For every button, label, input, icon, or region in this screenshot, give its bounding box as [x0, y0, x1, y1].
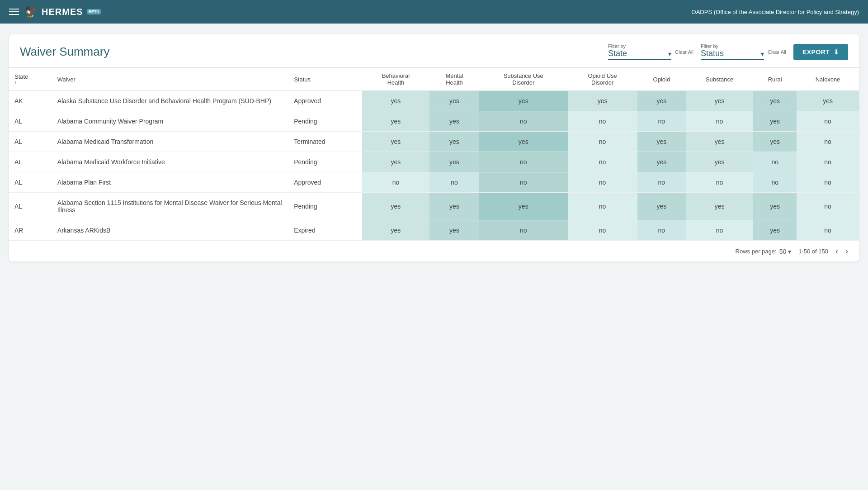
- cell-waiver: Alabama Section 1115 Institutions for Me…: [52, 193, 288, 220]
- cell-substance_use_disorder: yes: [479, 132, 568, 152]
- export-label: EXPORT: [802, 48, 830, 56]
- cell-substance: no: [686, 172, 753, 193]
- col-header-waiver: Waiver: [52, 68, 288, 91]
- cell-substance: no: [686, 220, 753, 241]
- cell-status: Expired: [288, 220, 362, 241]
- cell-status: Pending: [288, 111, 362, 132]
- cell-rural: yes: [753, 111, 797, 132]
- cell-naloxone: yes: [797, 91, 859, 111]
- logo-wings-icon: 🦅: [24, 5, 38, 18]
- cell-substance_use_disorder: yes: [479, 193, 568, 220]
- cell-opioid_use_disorder: no: [568, 132, 637, 152]
- state-filter-value: State: [608, 49, 668, 58]
- table-container: State↑ Waiver Status BehavioralHealth Me…: [9, 67, 859, 241]
- cell-substance_use_disorder: yes: [479, 91, 568, 111]
- cell-rural: yes: [753, 91, 797, 111]
- cell-substance_use_disorder: no: [479, 152, 568, 172]
- state-filter-select[interactable]: State ▾: [608, 49, 671, 60]
- cell-naloxone: no: [797, 132, 859, 152]
- cell-opioid: yes: [637, 193, 686, 220]
- cell-naloxone: no: [797, 111, 859, 132]
- logo: 🦅 HERMES BETA: [24, 5, 101, 18]
- cell-behavioral_health: no: [362, 172, 429, 193]
- cell-rural: yes: [753, 220, 797, 241]
- cell-behavioral_health: yes: [362, 220, 429, 241]
- cell-waiver: Alabama Medicaid Transformation: [52, 132, 288, 152]
- cell-opioid: no: [637, 172, 686, 193]
- col-header-status: Status: [288, 68, 362, 91]
- table-row: ALAlabama Community Waiver ProgramPendin…: [9, 111, 859, 132]
- page-title: Waiver Summary: [20, 45, 601, 59]
- cell-state: AL: [9, 172, 52, 193]
- hamburger-menu-button[interactable]: [9, 9, 19, 15]
- export-button[interactable]: EXPORT ⬇: [793, 44, 848, 60]
- cell-waiver: Alaska Substance Use Disorder and Behavi…: [52, 91, 288, 111]
- cell-opioid: yes: [637, 91, 686, 111]
- cell-opioid_use_disorder: yes: [568, 91, 637, 111]
- table-row: ALAlabama Section 1115 Institutions for …: [9, 193, 859, 220]
- export-icon: ⬇: [834, 48, 840, 56]
- cell-state: AL: [9, 193, 52, 220]
- beta-badge: BETA: [87, 9, 101, 14]
- pagination-info: 1-50 of 150: [798, 248, 828, 255]
- prev-page-button[interactable]: ‹: [835, 247, 838, 256]
- cell-rural: yes: [753, 132, 797, 152]
- cell-state: AL: [9, 111, 52, 132]
- cell-mental_health: yes: [429, 193, 479, 220]
- col-header-substance: Substance: [686, 68, 753, 91]
- cell-substance: yes: [686, 193, 753, 220]
- state-filter-chevron-icon[interactable]: ▾: [668, 50, 671, 57]
- top-bar: Waiver Summary Filter by State ▾ Clear A…: [9, 34, 859, 67]
- app-header: 🦅 HERMES BETA OADPS (Office of the Assoc…: [0, 0, 868, 24]
- cell-opioid_use_disorder: no: [568, 172, 637, 193]
- waiver-summary-card: Waiver Summary Filter by State ▾ Clear A…: [9, 34, 859, 262]
- status-filter-select[interactable]: Status ▾: [701, 49, 764, 60]
- cell-rural: no: [753, 172, 797, 193]
- org-name: OADPS (Office of the Associate Director …: [692, 9, 859, 15]
- cell-mental_health: yes: [429, 91, 479, 111]
- cell-opioid: no: [637, 111, 686, 132]
- col-header-substance-use-disorder: Substance UseDisorder: [479, 68, 568, 91]
- table-row: AKAlaska Substance Use Disorder and Beha…: [9, 91, 859, 111]
- status-filter-chevron-icon[interactable]: ▾: [761, 50, 764, 57]
- cell-substance_use_disorder: no: [479, 172, 568, 193]
- col-header-state[interactable]: State↑: [9, 68, 52, 91]
- cell-status: Approved: [288, 172, 362, 193]
- cell-naloxone: no: [797, 172, 859, 193]
- state-filter-group: Filter by State ▾ Clear All: [608, 43, 693, 60]
- cell-status: Terminated: [288, 132, 362, 152]
- cell-substance_use_disorder: no: [479, 220, 568, 241]
- status-filter-clear[interactable]: Clear All: [768, 49, 786, 55]
- cell-opioid_use_disorder: no: [568, 152, 637, 172]
- cell-substance: yes: [686, 91, 753, 111]
- cell-naloxone: no: [797, 220, 859, 241]
- cell-state: AL: [9, 152, 52, 172]
- cell-substance: no: [686, 111, 753, 132]
- cell-substance: yes: [686, 132, 753, 152]
- rows-per-page-chevron-icon[interactable]: ▾: [788, 248, 791, 255]
- cell-behavioral_health: yes: [362, 193, 429, 220]
- state-filter-by-label: Filter by: [608, 43, 671, 49]
- rows-per-page-select[interactable]: 50 ▾: [779, 248, 792, 255]
- table-footer: Rows per page: 50 ▾ 1-50 of 150 ‹ ›: [9, 241, 859, 262]
- next-page-button[interactable]: ›: [845, 247, 848, 256]
- cell-status: Pending: [288, 152, 362, 172]
- table-row: ALAlabama Medicaid Workforce InitiativeP…: [9, 152, 859, 172]
- table-row: ARArkansas ARKidsBExpiredyesyesnonononoy…: [9, 220, 859, 241]
- cell-mental_health: no: [429, 172, 479, 193]
- table-row: ALAlabama Medicaid TransformationTermina…: [9, 132, 859, 152]
- rows-per-page-group: Rows per page: 50 ▾: [736, 248, 792, 255]
- cell-rural: no: [753, 152, 797, 172]
- cell-substance_use_disorder: no: [479, 111, 568, 132]
- status-filter-value: Status: [701, 49, 761, 58]
- status-filter-label-group: Filter by Status ▾: [701, 43, 764, 60]
- cell-waiver: Alabama Community Waiver Program: [52, 111, 288, 132]
- table-header-row: State↑ Waiver Status BehavioralHealth Me…: [9, 68, 859, 91]
- cell-opioid_use_disorder: no: [568, 111, 637, 132]
- cell-mental_health: yes: [429, 220, 479, 241]
- waiver-table: State↑ Waiver Status BehavioralHealth Me…: [9, 67, 859, 241]
- cell-behavioral_health: yes: [362, 152, 429, 172]
- cell-opioid: no: [637, 220, 686, 241]
- status-filter-group: Filter by Status ▾ Clear All: [701, 43, 786, 60]
- state-filter-clear[interactable]: Clear All: [675, 49, 693, 55]
